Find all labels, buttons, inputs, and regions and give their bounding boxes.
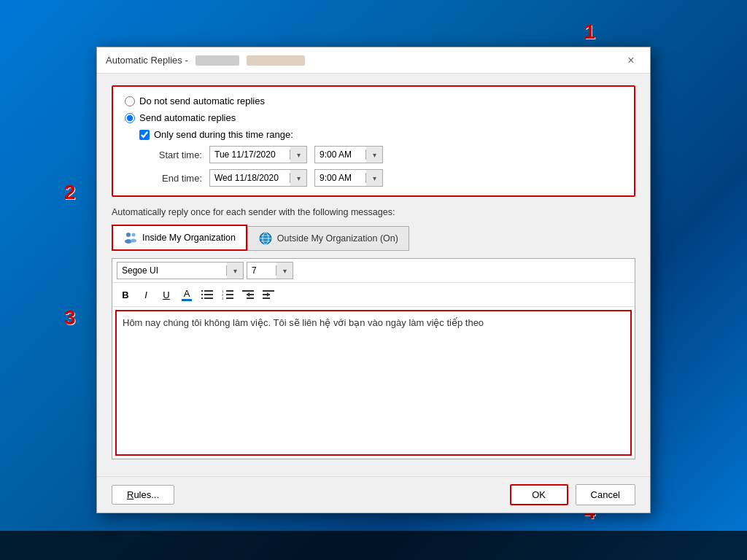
tab-outside-label: Outside My Organization (On) xyxy=(277,233,398,244)
svg-rect-14 xyxy=(204,298,213,299)
font-name-arrow[interactable]: ▾ xyxy=(227,262,243,279)
svg-point-0 xyxy=(126,233,131,237)
ok-button[interactable]: OK xyxy=(510,484,568,505)
end-time-value: 9:00 AM xyxy=(315,173,366,183)
time-range-checkbox-row: Only send during this time range: xyxy=(139,129,622,140)
start-time-select[interactable]: 9:00 AM ▾ xyxy=(314,146,383,163)
font-toolbar: Segoe UI ▾ 7 ▾ xyxy=(112,259,635,283)
annotation-3: 3 xyxy=(64,306,76,330)
font-name-value: Segoe UI xyxy=(117,265,227,276)
formatting-toolbar: B I U A xyxy=(112,283,635,307)
font-size-value: 7 xyxy=(247,265,276,276)
automatic-replies-dialog: Automatic Replies - × Do not send automa… xyxy=(96,47,651,513)
dialog-title-text: Automatic Replies - xyxy=(106,55,188,66)
svg-rect-11 xyxy=(201,294,203,295)
rules-underline: R xyxy=(127,489,133,500)
svg-rect-23 xyxy=(247,298,254,299)
svg-rect-24 xyxy=(247,294,254,295)
svg-rect-28 xyxy=(263,294,270,295)
indent-increase-button[interactable] xyxy=(260,286,277,303)
font-size-arrow[interactable]: ▾ xyxy=(276,262,293,279)
dialog-footer: Rules... OK Cancel xyxy=(97,476,650,513)
end-time-arrow[interactable]: ▾ xyxy=(366,170,382,186)
end-time-row: End time: Wed 11/18/2020 ▾ 9:00 AM ▾ xyxy=(151,169,622,187)
numbered-list-button[interactable]: 1. 2. 3. xyxy=(219,286,236,303)
end-date-value: Wed 11/18/2020 xyxy=(210,173,290,183)
tab-outside[interactable]: Outside My Organization (On) xyxy=(247,226,409,251)
tab-inside-label: Inside My Organization xyxy=(142,233,236,243)
start-time-value: 9:00 AM xyxy=(315,149,366,160)
end-time-select[interactable]: 9:00 AM ▾ xyxy=(314,169,383,187)
svg-text:3.: 3. xyxy=(222,297,224,300)
end-date-select[interactable]: Wed 11/18/2020 ▾ xyxy=(209,169,307,187)
footer-right-buttons: OK Cancel xyxy=(510,484,635,505)
editor-container: Segoe UI ▾ 7 ▾ B I U A xyxy=(112,258,635,459)
tabs-container: Inside My Organization Outside My Organi… xyxy=(112,225,635,251)
dialog-title: Automatic Replies - xyxy=(106,55,305,66)
svg-rect-22 xyxy=(242,290,254,292)
svg-rect-10 xyxy=(204,290,213,292)
start-time-label: Start time: xyxy=(151,149,202,160)
title-redacted-1 xyxy=(196,55,239,66)
auto-reply-section: Do not send automatic replies Send autom… xyxy=(112,85,635,197)
svg-rect-9 xyxy=(201,290,203,292)
radio-send-row: Send automatic replies xyxy=(125,112,622,123)
inside-org-icon xyxy=(123,230,138,245)
svg-rect-27 xyxy=(263,298,270,299)
bullet-list-button[interactable] xyxy=(198,286,216,303)
svg-rect-16 xyxy=(226,290,233,292)
svg-rect-12 xyxy=(204,294,213,295)
outside-org-icon xyxy=(258,231,273,246)
section2-label: Automatically reply once for each sender… xyxy=(112,207,635,217)
svg-rect-20 xyxy=(226,298,233,299)
start-date-select[interactable]: Tue 11/17/2020 ▾ xyxy=(209,146,307,163)
time-range-label: Only send during this time range: xyxy=(154,129,293,140)
message-textarea[interactable] xyxy=(115,310,632,456)
start-date-value: Tue 11/17/2020 xyxy=(210,149,290,160)
radio-no-send-row: Do not send automatic replies xyxy=(125,96,622,106)
end-date-arrow[interactable]: ▾ xyxy=(290,170,306,186)
tab-inside[interactable]: Inside My Organization xyxy=(112,225,247,251)
svg-point-2 xyxy=(132,233,136,237)
cancel-button[interactable]: Cancel xyxy=(576,484,635,505)
time-range-checkbox[interactable] xyxy=(139,130,150,140)
start-time-row: Start time: Tue 11/17/2020 ▾ 9:00 AM ▾ xyxy=(151,146,622,163)
svg-rect-13 xyxy=(201,298,203,299)
start-time-arrow[interactable]: ▾ xyxy=(366,147,382,163)
end-time-label: End time: xyxy=(151,173,202,184)
font-name-select[interactable]: Segoe UI ▾ xyxy=(117,262,244,279)
radio-no-send[interactable] xyxy=(125,96,135,106)
radio-send[interactable] xyxy=(125,113,135,123)
svg-point-3 xyxy=(131,239,136,243)
font-color-icon: A xyxy=(182,289,192,301)
title-bar: Automatic Replies - × xyxy=(97,47,650,74)
annotation-2: 2 xyxy=(64,181,76,204)
radio-no-send-label: Do not send automatic replies xyxy=(139,96,265,106)
italic-button[interactable]: I xyxy=(137,286,155,303)
start-date-arrow[interactable]: ▾ xyxy=(290,147,306,163)
underline-button[interactable]: U xyxy=(158,286,175,303)
font-color-button[interactable]: A xyxy=(178,286,196,303)
annotation-1: 1 xyxy=(584,20,595,44)
dialog-body: Do not send automatic replies Send autom… xyxy=(97,74,650,476)
close-button[interactable]: × xyxy=(621,50,641,71)
svg-rect-26 xyxy=(263,290,274,292)
title-redacted-2 xyxy=(247,55,305,66)
rules-label-rest: ules... xyxy=(133,489,159,500)
radio-send-label: Send automatic replies xyxy=(139,112,236,123)
svg-rect-18 xyxy=(226,294,233,295)
rules-button[interactable]: Rules... xyxy=(112,485,174,505)
bold-button[interactable]: B xyxy=(117,286,134,303)
indent-decrease-button[interactable] xyxy=(239,286,257,303)
font-size-select[interactable]: 7 ▾ xyxy=(247,262,293,279)
